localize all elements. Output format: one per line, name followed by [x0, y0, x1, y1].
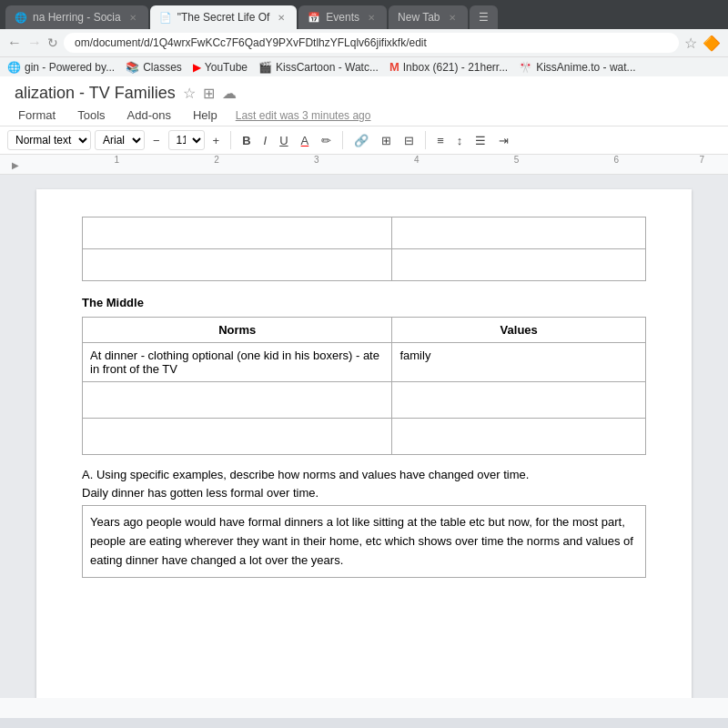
highlight-button[interactable]: ✏ — [317, 132, 336, 149]
italic-button[interactable]: I — [259, 132, 272, 149]
bookmark-plugin-icon: 🌐 — [7, 61, 21, 74]
middle-table: Norms Values At dinner - clothing option… — [82, 317, 646, 455]
norms-cell-2[interactable] — [83, 382, 392, 419]
tab-social-close[interactable]: ✕ — [126, 11, 139, 24]
table-btn[interactable]: ⊟ — [399, 132, 419, 149]
doc-content[interactable]: The Middle Norms Values At dinner - clot… — [0, 175, 728, 698]
values-cell-3[interactable] — [392, 419, 646, 455]
question-a-main: A. Using specific examples, describe how… — [82, 468, 529, 481]
bookmark-kissanime[interactable]: 🎌 KissAnime.to - wat... — [519, 61, 635, 74]
link-button[interactable]: 🔗 — [349, 132, 373, 149]
menu-addons[interactable]: Add-ons — [124, 106, 175, 124]
image-button[interactable]: ⊞ — [377, 132, 396, 149]
docs-title: alization - TV Families — [15, 84, 176, 103]
align-button[interactable]: ≡ — [432, 132, 449, 149]
bookmark-youtube-label: YouTube — [205, 61, 248, 74]
top-table-cell-3[interactable] — [83, 249, 392, 281]
ruler-mark-4: 4 — [414, 155, 420, 165]
table-row — [83, 382, 646, 419]
tab-new[interactable]: New Tab ✕ — [389, 5, 467, 29]
tab-secret-close[interactable]: ✕ — [275, 11, 288, 24]
ruler-mark-3: 3 — [314, 155, 319, 165]
norms-cell-1[interactable]: At dinner - clothing optional (one kid i… — [83, 343, 392, 382]
bookmark-plugin-label: gin - Powered by... — [25, 61, 115, 74]
menu-format[interactable]: Format — [15, 106, 59, 124]
tab-new-close[interactable]: ✕ — [446, 11, 459, 24]
tab-bar: 🌐 na Herring - Socia ✕ 📄 "The Secret Lif… — [5, 5, 723, 29]
font-select[interactable]: Arial — [95, 130, 145, 150]
docs-toolbar: Normal text Arial − 11 + B I U A ✏ 🔗 ⊞ ⊟… — [0, 126, 728, 155]
tab-secret-life[interactable]: 📄 "The Secret Life Of ✕ — [150, 5, 298, 29]
tab-events-label: Events — [326, 11, 359, 24]
ruler-mark-5: 5 — [514, 155, 520, 165]
font-increase-btn[interactable]: + — [208, 132, 225, 149]
question-a-subtext: Daily dinner has gotten less formal over… — [82, 486, 318, 500]
list-button[interactable]: ☰ — [470, 132, 490, 149]
ruler-mark-7: 7 — [699, 155, 704, 165]
bookmark-kisscartoon-icon: 🎬 — [258, 61, 272, 74]
indent-button[interactable]: ⇥ — [494, 132, 513, 149]
ruler: ▶ 1 2 3 4 5 6 7 — [0, 155, 728, 175]
table-row: At dinner - clothing optional (one kid i… — [83, 343, 646, 382]
answer-text: Years ago people would have formal dinne… — [90, 515, 633, 567]
norms-cell-3[interactable] — [83, 419, 392, 455]
docs-star-icon[interactable]: ☆ — [183, 85, 196, 102]
bookmark-kissanime-label: KissAnime.to - wat... — [536, 61, 635, 74]
refresh-button[interactable]: ↻ — [47, 35, 58, 50]
underline-button[interactable]: U — [275, 132, 292, 149]
table-row — [83, 249, 646, 281]
bookmark-kisscartoon[interactable]: 🎬 KissCartoon - Watc... — [258, 61, 379, 74]
line-spacing-button[interactable]: ↕ — [452, 132, 468, 149]
bookmark-kissanime-icon: 🎌 — [519, 61, 532, 74]
bookmark-star-icon[interactable]: ☆ — [684, 35, 697, 52]
tab-events[interactable]: 📅 Events ✕ — [298, 5, 387, 29]
col-norms-header: Norms — [83, 318, 392, 343]
tab-social[interactable]: 🌐 na Herring - Socia ✕ — [5, 5, 148, 29]
bookmark-classes-label: Classes — [143, 61, 182, 74]
tab-events-close[interactable]: ✕ — [365, 11, 378, 24]
forward-button[interactable]: → — [27, 35, 42, 51]
bookmark-classes[interactable]: 📚 Classes — [126, 61, 182, 74]
docs-cloud-icon[interactable]: ☁ — [222, 85, 237, 102]
docs-menu-row: Format Tools Add-ons Help Last edit was … — [15, 106, 713, 126]
font-size-select[interactable]: 11 — [168, 130, 205, 150]
col-values-header: Values — [392, 318, 646, 343]
question-a-text: A. Using specific examples, describe how… — [82, 466, 646, 501]
bookmark-inbox-label: Inbox (621) - 21herr... — [403, 61, 508, 74]
tab-secret-label: "The Secret Life Of — [177, 11, 270, 24]
tab-social-icon: 🌐 — [15, 12, 27, 24]
bookmark-kisscartoon-label: KissCartoon - Watc... — [276, 61, 379, 74]
font-color-button[interactable]: A — [297, 132, 314, 149]
style-select[interactable]: Normal text — [7, 130, 91, 150]
docs-share-icon[interactable]: ⊞ — [203, 85, 215, 102]
docs-title-row: alization - TV Families ☆ ⊞ ☁ — [15, 84, 713, 106]
table-row — [83, 217, 646, 249]
toolbar-sep2 — [342, 131, 343, 149]
toolbar-sep1 — [230, 131, 231, 149]
ruler-inner: ▶ 1 2 3 4 5 6 7 — [7, 155, 721, 174]
top-table-cell-2[interactable] — [392, 217, 646, 249]
bookmark-youtube[interactable]: ▶ YouTube — [193, 61, 248, 74]
values-cell-1[interactable]: family — [392, 343, 646, 382]
menu-tools[interactable]: Tools — [74, 106, 108, 124]
address-bar-row: ← → ↻ ☆ 🔶 — [0, 29, 728, 56]
back-button[interactable]: ← — [7, 35, 22, 51]
values-cell-2[interactable] — [392, 382, 646, 419]
menu-help[interactable]: Help — [189, 106, 221, 124]
tab-menu[interactable]: ☰ — [470, 5, 498, 29]
ruler-mark-1: 1 — [115, 155, 120, 165]
bookmark-plugin[interactable]: 🌐 gin - Powered by... — [7, 61, 115, 74]
extensions-icon[interactable]: 🔶 — [703, 35, 721, 52]
top-table-cell-1[interactable] — [83, 217, 392, 249]
bookmark-inbox[interactable]: M Inbox (621) - 21herr... — [389, 60, 508, 74]
last-edit-text: Last edit was 3 minutes ago — [236, 109, 371, 122]
table-header-row: Norms Values — [83, 318, 646, 343]
bold-button[interactable]: B — [238, 132, 255, 149]
address-input[interactable] — [64, 33, 679, 53]
font-decrease-btn[interactable]: − — [148, 132, 165, 149]
toolbar-sep3 — [425, 131, 426, 149]
answer-box[interactable]: Years ago people would have formal dinne… — [82, 505, 646, 578]
top-table-cell-4[interactable] — [392, 249, 646, 281]
table-row — [83, 419, 646, 455]
youtube-play-icon: ▶ — [193, 61, 201, 74]
